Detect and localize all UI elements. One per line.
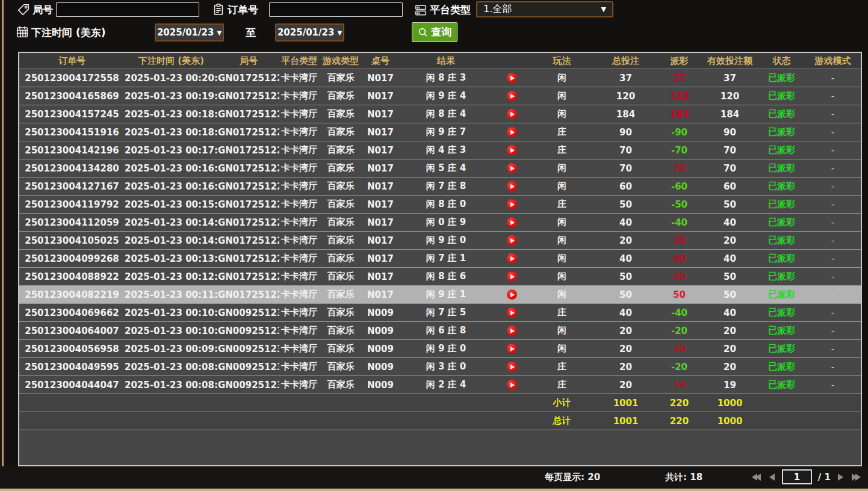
first-page-button[interactable]	[751, 472, 762, 482]
table-row[interactable]: 2501230041120592025-01-23 00:14:40GN0172…	[19, 214, 861, 232]
status-cell: 已派彩	[758, 126, 805, 138]
order-number-input[interactable]	[269, 2, 403, 17]
replay-play-button[interactable]	[507, 271, 517, 282]
game-type-cell: 百家乐	[319, 217, 362, 228]
table-empty-area	[19, 430, 861, 466]
platform-type-select[interactable]: 1.全部 ▼	[476, 1, 613, 17]
replay-play-button[interactable]	[507, 362, 517, 372]
table-number-cell: N017	[362, 253, 398, 264]
total-bet-cell: 20	[594, 380, 657, 391]
next-page-button[interactable]	[837, 472, 845, 482]
prev-page-button[interactable]	[768, 472, 776, 482]
grand-total-row-valid-bet: 1000	[701, 416, 758, 427]
search-button-label: 查询	[431, 25, 451, 39]
payout-cell: 184	[657, 109, 701, 120]
game-mode-cell: -	[805, 91, 861, 102]
status-cell: 已派彩	[758, 307, 805, 318]
total-bet-cell: 70	[594, 145, 657, 156]
table-number-cell: N017	[362, 271, 398, 282]
replay-play-button[interactable]	[507, 217, 517, 227]
table-row[interactable]: 2501230041658692025-01-23 00:19:43GN0172…	[19, 87, 861, 105]
platform-cell: 卡卡湾厅	[279, 235, 319, 246]
date-to-picker[interactable]: 2025/01/23 ▼	[275, 23, 344, 42]
replay-cell	[494, 127, 530, 137]
replay-play-button[interactable]	[507, 199, 517, 209]
replay-play-button[interactable]	[507, 127, 517, 137]
bet-type-cell: 闲	[530, 108, 594, 120]
replay-play-button[interactable]	[507, 326, 517, 336]
replay-cell	[494, 73, 530, 83]
status-cell: 已派彩	[758, 162, 805, 174]
replay-play-button[interactable]	[507, 380, 517, 390]
platform-cell: 卡卡湾厅	[279, 90, 319, 102]
round-number-input[interactable]	[56, 2, 199, 17]
bet-type-cell: 庄	[530, 144, 594, 156]
replay-play-button[interactable]	[507, 181, 517, 191]
replay-play-button[interactable]	[507, 163, 517, 173]
date-to-label: 至	[246, 26, 256, 40]
replay-play-button[interactable]	[507, 73, 517, 83]
table-row[interactable]: 2501230040992682025-01-23 00:13:27GN0172…	[19, 250, 861, 268]
replay-play-button[interactable]	[507, 109, 517, 119]
table-row[interactable]: 2501230040640072025-01-23 00:10:13GN0092…	[19, 322, 861, 340]
bet-time-cell: 2025-01-23 00:10:45	[125, 307, 218, 318]
last-page-button[interactable]	[851, 472, 862, 482]
date-from-picker[interactable]: 2025/01/23 ▼	[155, 23, 224, 42]
table-row[interactable]: 2501230041271672025-01-23 00:16:06GN0172…	[19, 178, 861, 196]
replay-cell	[494, 109, 530, 119]
table-row[interactable]: 2501230041342802025-01-23 00:16:47GN0172…	[19, 159, 861, 178]
status-cell: 已派彩	[758, 361, 805, 372]
table-row[interactable]: 2501230041050252025-01-23 00:14:00GN0172…	[19, 232, 861, 250]
column-header: 局号	[218, 55, 279, 67]
valid-bet-cell: 184	[701, 109, 758, 120]
table-row[interactable]: 2501230041421962025-01-23 00:17:29GN0172…	[19, 141, 861, 159]
replay-cell	[494, 362, 530, 372]
status-cell: 已派彩	[758, 379, 805, 391]
game-mode-cell: -	[805, 235, 861, 246]
search-button[interactable]: 查询	[412, 22, 457, 42]
replay-play-button[interactable]	[507, 289, 517, 300]
table-row[interactable]: 2501230040696622025-01-23 00:10:45GN0092…	[19, 304, 861, 322]
result-cell: 闲 9 庄 0	[398, 343, 494, 354]
total-bet-cell: 40	[594, 217, 657, 228]
replay-cell	[494, 344, 530, 354]
page-number-input[interactable]	[782, 469, 812, 484]
game-mode-cell: -	[805, 344, 861, 354]
table-row[interactable]: 2501230041572452025-01-23 00:18:55GN0172…	[19, 105, 861, 123]
replay-play-button[interactable]	[507, 235, 517, 246]
platform-cell: 卡卡湾厅	[279, 108, 319, 120]
calendar-icon	[16, 25, 29, 39]
table-row[interactable]: 2501230040889222025-01-23 00:12:31GN0172…	[19, 268, 861, 286]
total-bet-cell: 20	[594, 344, 657, 354]
table-row[interactable]: 2501230041519162025-01-23 00:18:23GN0172…	[19, 123, 861, 141]
table-row[interactable]: 2501230040822192025-01-23 00:11:54GN0172…	[19, 286, 861, 304]
result-cell: 闲 2 庄 4	[398, 379, 494, 391]
order-number-cell: 250123004088922	[19, 271, 125, 282]
table-number-cell: N017	[362, 163, 398, 174]
table-row[interactable]: 2501230041197922025-01-23 00:15:24GN0172…	[19, 196, 861, 214]
table-row[interactable]: 2501230040569582025-01-23 00:09:30GN0092…	[19, 340, 861, 358]
replay-play-button[interactable]	[507, 91, 517, 101]
table-row[interactable]: 2501230040440472025-01-23 00:08:21GN0092…	[19, 376, 861, 394]
order-number-cell: 250123004069662	[19, 307, 125, 318]
replay-play-button[interactable]	[507, 344, 517, 354]
bet-type-cell: 闲	[530, 235, 594, 246]
bet-type-cell: 闲	[530, 253, 594, 264]
replay-play-button[interactable]	[507, 145, 517, 155]
payout-cell: 70	[657, 163, 701, 174]
replay-play-button[interactable]	[507, 307, 517, 318]
table-row[interactable]: 2501230040495952025-01-23 00:08:50GN0092…	[19, 358, 861, 376]
date-from-value: 2025/01/23	[157, 27, 214, 38]
bet-time-cell: 2025-01-23 00:10:13	[125, 326, 218, 336]
table-row[interactable]: 2501230041725582025-01-23 00:20:23GN0172…	[19, 69, 861, 87]
bet-type-cell: 庄	[530, 307, 594, 318]
order-number-cell: 250123004157245	[19, 109, 125, 120]
round-number-cell: GN017251221MC	[218, 91, 279, 102]
replay-play-button[interactable]	[507, 253, 517, 264]
platform-cell: 卡卡湾厅	[279, 253, 319, 264]
total-bet-cell: 20	[594, 235, 657, 246]
game-mode-cell: -	[805, 181, 861, 192]
game-type-cell: 百家乐	[319, 144, 362, 156]
round-number-cell: GN017251221M5	[218, 217, 279, 228]
bet-time-cell: 2025-01-23 00:11:54	[125, 289, 218, 300]
